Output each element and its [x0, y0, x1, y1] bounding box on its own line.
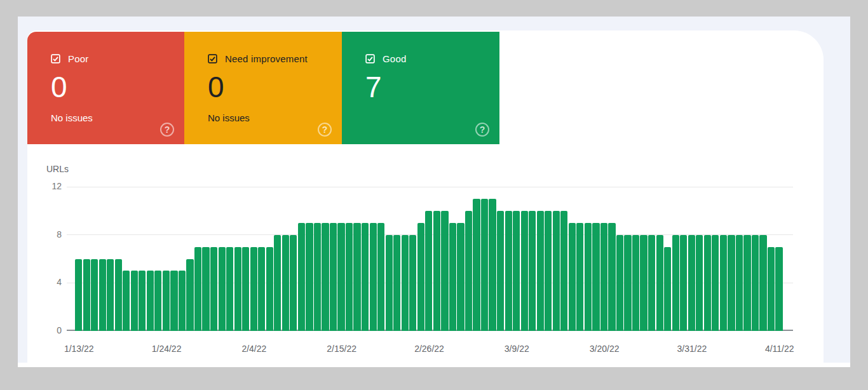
chart-bar[interactable] — [425, 211, 432, 331]
chart-bar[interactable] — [219, 247, 226, 331]
chart-bar[interactable] — [353, 223, 360, 331]
chart-bar[interactable] — [752, 235, 759, 331]
chart-bar[interactable] — [123, 271, 130, 331]
y-tick-label: 8 — [32, 229, 62, 239]
chart-bar[interactable] — [154, 271, 161, 331]
chart-bar[interactable] — [449, 223, 456, 331]
chart-bar[interactable] — [529, 211, 536, 331]
chart-bar[interactable] — [306, 223, 313, 331]
chart-bar[interactable] — [362, 223, 369, 331]
chart-bar[interactable] — [473, 199, 480, 331]
chart-bar[interactable] — [768, 247, 775, 331]
chart-bar[interactable] — [616, 235, 623, 331]
chart-bar[interactable] — [91, 259, 98, 332]
chart-bar[interactable] — [409, 235, 416, 331]
chart-bar[interactable] — [83, 259, 90, 332]
chart-bar[interactable] — [186, 259, 193, 332]
chart-bar[interactable] — [553, 211, 560, 331]
chart-bar[interactable] — [441, 211, 448, 331]
chart-bar[interactable] — [131, 271, 138, 331]
chart-bar[interactable] — [728, 235, 735, 331]
chart-bar[interactable] — [704, 235, 711, 331]
chart-bar[interactable] — [417, 223, 424, 331]
chart-bar[interactable] — [298, 223, 305, 331]
chart-bar[interactable] — [481, 199, 488, 331]
x-tick-label: 1/13/22 — [64, 344, 94, 354]
chart-bar[interactable] — [274, 235, 281, 331]
chart-bar[interactable] — [664, 247, 671, 331]
chart-bar[interactable] — [99, 259, 106, 332]
x-tick-label: 2/15/22 — [327, 344, 356, 354]
chart-bar[interactable] — [402, 235, 409, 331]
report-content-card: Poor 0 No issues ? Need improvement 0 — [27, 30, 824, 363]
x-tick-label: 4/11/22 — [765, 344, 794, 354]
chart-bar[interactable] — [202, 247, 209, 331]
page-background: { "colors": { "outer_background": "#cbcb… — [0, 0, 868, 390]
chart-bar[interactable] — [743, 235, 750, 331]
chart-bar[interactable] — [736, 235, 743, 331]
chart-bar[interactable] — [242, 247, 249, 331]
chart-bar[interactable] — [521, 211, 528, 331]
chart-bar[interactable] — [688, 235, 695, 331]
chart-bar[interactable] — [210, 247, 217, 331]
chart-bar[interactable] — [680, 235, 687, 331]
chart-bar[interactable] — [147, 271, 154, 331]
chart-bar[interactable] — [712, 235, 719, 331]
chart-bar[interactable] — [330, 223, 337, 331]
chart-bar[interactable] — [314, 223, 321, 331]
chart-bar[interactable] — [170, 271, 177, 331]
chart-bar[interactable] — [258, 247, 265, 331]
chart-bar[interactable] — [497, 211, 504, 331]
chart-bar[interactable] — [457, 223, 464, 331]
chart-bar[interactable] — [489, 199, 496, 331]
chart-y-axis-title: URLs — [46, 164, 69, 174]
chart-bar[interactable] — [632, 235, 639, 331]
chart-bar[interactable] — [179, 271, 186, 331]
chart-bar[interactable] — [282, 235, 289, 331]
chart-bar[interactable] — [775, 247, 782, 331]
chart-bar[interactable] — [377, 223, 384, 331]
chart-bar[interactable] — [234, 247, 241, 331]
chart-bar[interactable] — [672, 235, 679, 331]
x-tick-label: 3/9/22 — [505, 344, 529, 354]
urls-bar-chart: URLs 1/13/221/24/222/4/222/15/222/26/223… — [27, 30, 824, 363]
chart-bar[interactable] — [696, 235, 703, 331]
chart-bar[interactable] — [640, 235, 647, 331]
chart-bar[interactable] — [226, 247, 233, 331]
chart-bar[interactable] — [250, 247, 257, 331]
chart-bar[interactable] — [194, 247, 201, 331]
chart-bar[interactable] — [115, 259, 122, 332]
chart-bar[interactable] — [75, 259, 82, 332]
chart-bar[interactable] — [322, 223, 329, 331]
chart-bar[interactable] — [107, 259, 114, 332]
chart-bar[interactable] — [569, 223, 576, 331]
chart-bar[interactable] — [433, 211, 440, 331]
chart-bar[interactable] — [513, 211, 520, 331]
chart-bar[interactable] — [266, 247, 273, 331]
chart-bar[interactable] — [656, 235, 663, 331]
chart-bar[interactable] — [545, 211, 552, 331]
chart-bar[interactable] — [560, 211, 567, 331]
chart-bar[interactable] — [290, 235, 297, 331]
x-tick-label: 3/31/22 — [677, 344, 707, 354]
chart-bar[interactable] — [648, 235, 655, 331]
chart-bar[interactable] — [386, 235, 393, 331]
chart-bar[interactable] — [585, 223, 592, 331]
chart-bar[interactable] — [337, 223, 344, 331]
chart-bar[interactable] — [346, 223, 353, 331]
chart-bar[interactable] — [370, 223, 377, 331]
chart-bar[interactable] — [720, 235, 727, 331]
chart-bar[interactable] — [592, 223, 599, 331]
chart-bar[interactable] — [465, 211, 472, 331]
chart-bar[interactable] — [537, 211, 544, 331]
chart-bar[interactable] — [759, 235, 766, 331]
chart-bar[interactable] — [608, 223, 615, 331]
chart-bar[interactable] — [600, 223, 607, 331]
chart-bar[interactable] — [505, 211, 512, 331]
chart-plot-area: 1/13/221/24/222/4/222/15/222/26/223/9/22… — [67, 187, 793, 331]
chart-bar[interactable] — [163, 271, 170, 331]
chart-bar[interactable] — [393, 235, 400, 331]
chart-bar[interactable] — [624, 235, 631, 331]
chart-bar[interactable] — [576, 223, 583, 331]
chart-bar[interactable] — [139, 271, 146, 331]
